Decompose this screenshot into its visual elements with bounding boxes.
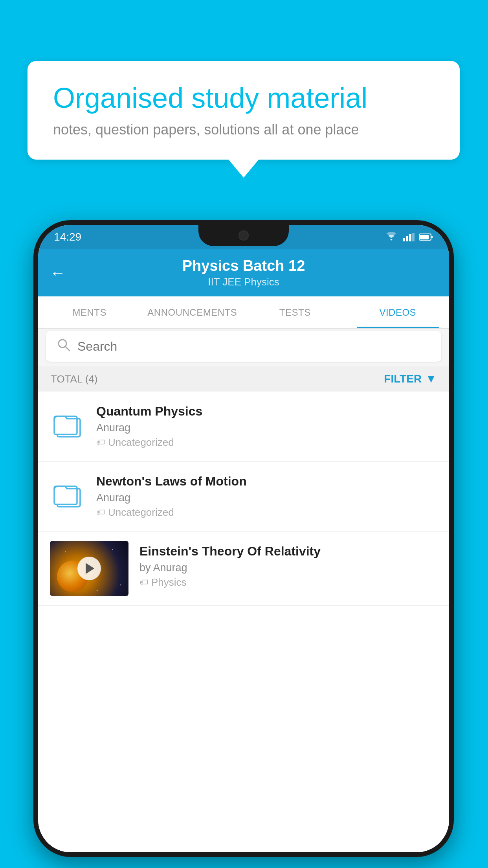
- status-icons: [385, 232, 433, 242]
- tab-videos[interactable]: VIDEOS: [347, 296, 449, 328]
- header-subtitle: IIT JEE Physics: [208, 276, 279, 288]
- tab-bar: MENTS ANNOUNCEMENTS TESTS VIDEOS: [38, 296, 449, 329]
- list-item[interactable]: Quantum Physics Anurag 🏷 Uncategorized: [38, 392, 449, 462]
- phone-screen: 14:29: [38, 225, 449, 852]
- search-icon: [57, 338, 70, 355]
- filter-button[interactable]: FILTER ▼: [384, 373, 437, 385]
- item-tag-quantum: 🏷 Uncategorized: [96, 436, 437, 449]
- header-title: Physics Batch 12: [182, 257, 305, 274]
- search-bar: [46, 331, 441, 362]
- svg-rect-5: [431, 236, 433, 238]
- filter-total: TOTAL (4): [51, 373, 97, 385]
- tag-icon-quantum: 🏷: [96, 438, 105, 448]
- svg-rect-6: [420, 235, 429, 239]
- svg-rect-1: [406, 236, 408, 241]
- item-content-newton: Newton's Laws of Motion Anurag 🏷 Uncateg…: [96, 474, 437, 519]
- status-time: 14:29: [54, 231, 81, 243]
- speech-bubble-subtitle: notes, question papers, solutions all at…: [53, 121, 434, 138]
- item-title-newton: Newton's Laws of Motion: [96, 474, 437, 489]
- list-item[interactable]: Newton's Laws of Motion Anurag 🏷 Uncateg…: [38, 462, 449, 531]
- svg-rect-3: [412, 233, 415, 241]
- item-author-quantum: Anurag: [96, 422, 437, 434]
- tab-ments[interactable]: MENTS: [38, 296, 141, 328]
- wifi-icon: [385, 232, 398, 242]
- item-icon-quantum: [50, 413, 85, 440]
- phone-notch: [198, 225, 289, 246]
- battery-icon: [419, 233, 433, 241]
- item-icon-newton: [50, 483, 85, 510]
- phone-frame: 14:29: [33, 220, 454, 857]
- item-tag-newton: 🏷 Uncategorized: [96, 506, 437, 519]
- app-header: ← Physics Batch 12 IIT JEE Physics: [38, 249, 449, 296]
- item-title-einstein: Einstein's Theory Of Relativity: [139, 544, 437, 559]
- filter-funnel-icon: ▼: [426, 373, 437, 385]
- item-author-einstein: by Anurag: [139, 562, 437, 574]
- content-list: Quantum Physics Anurag 🏷 Uncategorized: [38, 392, 449, 852]
- item-tag-einstein: 🏷 Physics: [139, 576, 437, 588]
- filter-bar: TOTAL (4) FILTER ▼: [38, 366, 449, 392]
- svg-rect-0: [403, 238, 405, 241]
- list-item-einstein[interactable]: Einstein's Theory Of Relativity by Anura…: [38, 531, 449, 606]
- svg-rect-2: [409, 234, 411, 241]
- item-title-quantum: Quantum Physics: [96, 404, 437, 419]
- speech-bubble: Organised study material notes, question…: [28, 61, 460, 160]
- video-thumbnail-einstein: [50, 541, 128, 596]
- speech-bubble-title: Organised study material: [53, 83, 434, 114]
- search-input[interactable]: [77, 339, 430, 354]
- tag-icon-newton: 🏷: [96, 508, 105, 518]
- tag-icon-einstein: 🏷: [139, 577, 148, 588]
- signal-icon: [403, 233, 415, 241]
- item-content-quantum: Quantum Physics Anurag 🏷 Uncategorized: [96, 404, 437, 449]
- tab-tests[interactable]: TESTS: [244, 296, 347, 328]
- item-author-newton: Anurag: [96, 492, 437, 504]
- back-button[interactable]: ←: [50, 264, 66, 282]
- tab-announcements[interactable]: ANNOUNCEMENTS: [141, 296, 244, 328]
- front-camera: [238, 230, 249, 241]
- play-button[interactable]: [77, 557, 101, 580]
- item-content-einstein: Einstein's Theory Of Relativity by Anura…: [139, 541, 437, 588]
- play-triangle-icon: [86, 563, 94, 574]
- svg-line-8: [66, 347, 70, 351]
